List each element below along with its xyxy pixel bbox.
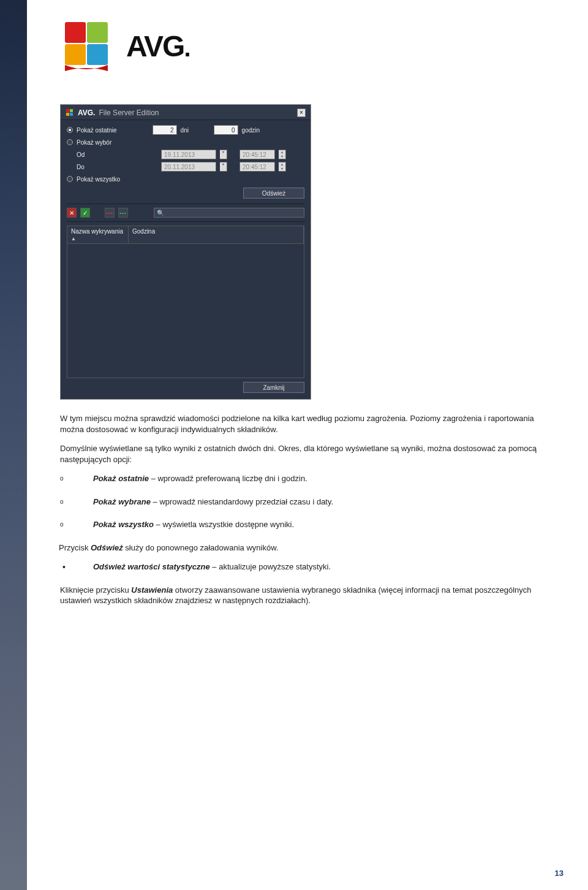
svg-rect-2 <box>65 44 86 65</box>
search-box[interactable]: 🔍 <box>154 208 304 218</box>
dropdown-icon[interactable]: ▾ <box>220 150 227 159</box>
row-to: Do 20.11.2013▾ 20:45:12▴▾ <box>67 161 304 173</box>
option-label: Pokaż wszystko <box>77 176 120 183</box>
svg-rect-3 <box>87 44 108 65</box>
avg-mini-icon <box>66 108 74 117</box>
term: Odśwież <box>91 543 123 552</box>
search-input[interactable] <box>167 210 301 216</box>
logo-text: AVG. <box>126 29 190 63</box>
radio-icon[interactable] <box>67 139 73 145</box>
close-dialog-button[interactable]: Zamknij <box>243 382 304 393</box>
app-footer: Zamknij <box>67 378 304 394</box>
list-item: Pokaż ostatnie – wprowadź preferowaną li… <box>76 473 551 484</box>
app-title-sub: File Server Edition <box>99 108 159 117</box>
col-time[interactable]: Godzina <box>129 226 304 243</box>
bullet-name: Odśwież wartości statystyczne <box>93 562 210 571</box>
option-label: Pokaż wybór <box>77 139 111 146</box>
option-desc: – wyświetla wszystkie dostępne wyniki. <box>154 520 294 529</box>
paragraph: Przycisk Odśwież służy do ponownego zała… <box>59 542 551 553</box>
app-body: Pokaż ostatnie 2 dni 0 godzin Pokaż wybó… <box>61 120 311 399</box>
search-icon: 🔍 <box>157 210 164 216</box>
paragraph: Kliknięcie przycisku Ustawienia otworzy … <box>60 585 551 606</box>
option-show-selection[interactable]: Pokaż wybór <box>67 136 304 148</box>
date-from-input[interactable]: 19.11.2013 <box>161 150 216 159</box>
date-to-input[interactable]: 20.11.2013 <box>161 162 216 172</box>
list-item: Odśwież wartości statystyczne – aktualiz… <box>76 561 551 572</box>
bullet-list: Odśwież wartości statystyczne – aktualiz… <box>60 561 551 572</box>
days-input[interactable]: 2 <box>153 125 177 135</box>
dropdown-icon[interactable]: ▾ <box>220 162 227 172</box>
delete-icon[interactable]: ✕ <box>67 208 77 218</box>
term: Ustawienia <box>131 585 173 595</box>
spinner-icon[interactable]: ▴▾ <box>279 150 286 159</box>
radio-icon[interactable] <box>67 127 73 133</box>
page-number: 13 <box>555 869 564 878</box>
days-label: dni <box>181 127 210 134</box>
app-titlebar: AVG. File Server Edition × <box>61 105 311 120</box>
spinner-icon[interactable]: ▴▾ <box>279 162 286 172</box>
table-header: Nazwa wykrywania Godzina <box>67 226 304 243</box>
time-to-input[interactable]: 20:45:12 <box>239 162 275 172</box>
paragraph: Domyślnie wyświetlane są tylko wyniki z … <box>60 443 551 465</box>
logo: AVG. <box>60 18 551 74</box>
radio-icon[interactable] <box>67 176 73 182</box>
to-label: Do <box>77 164 95 170</box>
svg-rect-6 <box>66 113 69 116</box>
option-show-all[interactable]: Pokaż wszystko <box>67 173 304 185</box>
option-desc: – wprowadź niestandardowy przedział czas… <box>151 497 333 506</box>
avg-flag-icon <box>60 18 115 74</box>
svg-rect-7 <box>70 113 73 116</box>
row-from: Od 19.11.2013▾ 20:45:12▴▾ <box>67 148 304 161</box>
svg-rect-0 <box>65 22 86 43</box>
page-content: AVG. AVG. File Server Edition × Pokaż os… <box>27 0 588 615</box>
paragraph: W tym miejscu można sprawdzić wiadomości… <box>60 413 551 435</box>
bullet-desc: – aktualizuje powyższe statystyki. <box>210 562 331 571</box>
close-button[interactable]: × <box>297 108 306 117</box>
option-name: Pokaż wszystko <box>93 520 154 529</box>
filter-green-icon[interactable]: ••• <box>118 208 128 218</box>
option-desc: – wprowadź preferowaną liczbę dni i godz… <box>149 474 307 483</box>
options-list: Pokaż ostatnie – wprowadź preferowaną li… <box>60 473 551 553</box>
hours-input[interactable]: 0 <box>214 125 238 135</box>
list-item: Pokaż wszystko – wyświetla wszystkie dos… <box>76 519 551 530</box>
option-name: Pokaż wybrane <box>93 497 151 506</box>
time-from-input[interactable]: 20:45:12 <box>239 150 275 159</box>
option-label: Pokaż ostatnie <box>77 127 117 134</box>
svg-rect-1 <box>87 22 108 43</box>
hours-label: godzin <box>242 127 266 134</box>
svg-rect-4 <box>66 109 69 112</box>
refresh-button[interactable]: Odśwież <box>243 188 304 199</box>
document-text: W tym miejscu można sprawdzić wiadomości… <box>60 413 551 606</box>
svg-rect-5 <box>70 109 73 112</box>
col-name[interactable]: Nazwa wykrywania <box>67 226 129 243</box>
list-item: Pokaż wybrane – wprowadź niestandardowy … <box>76 496 551 508</box>
toolbar: ✕ ✓ ••• ••• 🔍 <box>67 203 304 222</box>
option-show-recent[interactable]: Pokaż ostatnie 2 dni 0 godzin <box>67 124 304 136</box>
table-body[interactable] <box>67 243 304 378</box>
accept-icon[interactable]: ✓ <box>80 208 90 218</box>
app-title-brand: AVG. <box>78 108 95 117</box>
filter-red-icon[interactable]: ••• <box>105 208 115 218</box>
from-label: Od <box>77 151 95 158</box>
option-name: Pokaż ostatnie <box>93 474 149 483</box>
app-window: AVG. File Server Edition × Pokaż ostatni… <box>60 104 311 400</box>
side-stripe <box>0 0 27 890</box>
